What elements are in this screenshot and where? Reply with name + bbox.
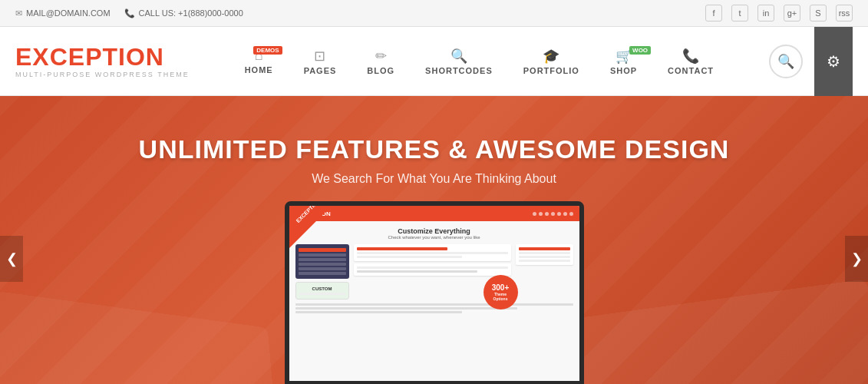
logo-text: EXCEPTION <box>15 45 190 69</box>
next-arrow-icon: ❯ <box>851 250 863 267</box>
rss-icon[interactable]: rss <box>836 5 853 22</box>
social-links: f t in g+ S rss <box>705 5 853 22</box>
logo-subtitle: MULTI-PURPOSE WORDPRESS THEME <box>15 71 190 78</box>
phone-icon: 📞 <box>124 8 135 18</box>
bg-decoration-left <box>0 291 280 384</box>
blog-icon: ✏ <box>375 48 387 65</box>
monitor-screen: EXCEPTION EXCEPTION <box>289 206 579 381</box>
contact-icon: 📞 <box>682 48 699 65</box>
header-right: 🔍 ⚙ <box>769 27 853 96</box>
hero-title: UNLIMITED FEATURES & AWESOME DESIGN <box>139 134 730 164</box>
screen-content: Customize Everything Check whatever you … <box>289 221 579 381</box>
card-right-line-2 <box>519 252 570 254</box>
bottom-line-1 <box>295 303 573 306</box>
screen-left: CUSTOM <box>295 244 349 300</box>
main-nav: ⌂ HOME DEMOS ⊡ PAGES ✏ BLOG 🔍 SHORTCODES… <box>229 48 729 75</box>
badge-300-number: 300+ <box>492 283 510 292</box>
hero-subtitle: We Search For What You Are Thinking Abou… <box>312 172 556 186</box>
nav-contact[interactable]: 📞 CONTACT <box>652 48 729 75</box>
email-contact: ✉ MAIL@DOMAIN.COM <box>15 8 111 18</box>
googleplus-icon[interactable]: g+ <box>784 5 800 22</box>
phone-contact: 📞 CALL US: +1(888)000-0000 <box>124 8 243 18</box>
screen-sidebar-item-4 <box>299 267 346 270</box>
skype-icon[interactable]: S <box>810 5 827 22</box>
screen-card-2 <box>354 263 511 276</box>
card-line-1 <box>357 247 447 250</box>
prev-arrow-icon: ❮ <box>6 250 18 267</box>
monitor-mockup: EXCEPTION EXCEPTION <box>285 201 584 384</box>
top-bar: ✉ MAIL@DOMAIN.COM 📞 CALL US: +1(888)000-… <box>0 0 868 27</box>
card-right-line-4 <box>519 260 570 262</box>
bottom-line-3 <box>295 311 462 313</box>
nav-pages[interactable]: ⊡ PAGES <box>289 48 352 75</box>
card-line-3 <box>357 256 463 258</box>
screen-right <box>516 244 573 300</box>
nav-home[interactable]: ⌂ HOME DEMOS <box>229 48 289 74</box>
card-right-line-1 <box>519 247 570 250</box>
screen-sidebar-card <box>295 244 349 279</box>
nav-shop-label: SHOP <box>610 66 637 75</box>
bottom-line-2 <box>295 307 518 310</box>
email-icon: ✉ <box>15 8 22 18</box>
prev-slide-button[interactable]: ❮ <box>0 236 23 282</box>
screen-topbar: EXCEPTION <box>289 206 579 221</box>
linkedin-icon[interactable]: in <box>757 5 774 22</box>
screen-nav-dots <box>533 212 573 216</box>
screen-card-1 <box>354 244 511 261</box>
screen-main-title: Customize Everything <box>398 227 470 235</box>
phone-text: CALL US: +1(888)000-0000 <box>139 8 243 18</box>
facebook-icon[interactable]: f <box>705 5 722 22</box>
nav-home-label: HOME <box>245 65 273 74</box>
screen-card-right <box>516 244 573 265</box>
screen-dot-7 <box>569 212 573 216</box>
card-line-5 <box>357 270 478 273</box>
nav-shortcodes[interactable]: 🔍 SHORTCODES <box>410 48 508 75</box>
settings-button[interactable]: ⚙ <box>814 27 853 96</box>
nav-blog-label: BLOG <box>367 66 394 75</box>
portfolio-icon: 🎓 <box>543 48 559 65</box>
screen-sidebar-item-3 <box>299 263 346 266</box>
screen-dot-5 <box>557 212 561 216</box>
hero-section: UNLIMITED FEATURES & AWESOME DESIGN We S… <box>0 96 868 384</box>
card-line-4 <box>357 266 508 269</box>
screen-dot-2 <box>539 212 543 216</box>
search-button[interactable]: 🔍 <box>769 45 803 78</box>
nav-shop[interactable]: 🛒 SHOP WOO <box>595 48 652 75</box>
nav-portfolio[interactable]: 🎓 PORTFOLIO <box>508 48 595 75</box>
search-icon: 🔍 <box>777 53 794 70</box>
twitter-icon[interactable]: t <box>731 5 748 22</box>
next-slide-button[interactable]: ❯ <box>845 236 868 282</box>
screen-dot-6 <box>563 212 567 216</box>
header: EXCEPTION MULTI-PURPOSE WORDPRESS THEME … <box>0 27 868 96</box>
nav-shortcodes-label: SHORTCODES <box>425 66 493 75</box>
card-right-line-3 <box>519 256 570 258</box>
custom-line <box>299 293 345 295</box>
screen-sub-card: CUSTOM <box>295 282 349 300</box>
screen-sub: Check whatever you want, whenever you li… <box>388 235 480 240</box>
shop-badge: WOO <box>629 46 651 55</box>
screen-dot-4 <box>551 212 555 216</box>
email-text: MAIL@DOMAIN.COM <box>26 8 111 18</box>
screen-inner: CUSTOM <box>295 244 573 300</box>
screen-dot-1 <box>533 212 536 216</box>
screen-bottom-text <box>295 303 573 313</box>
home-badge: DEMOS <box>253 46 282 55</box>
custom-label: CUSTOM <box>299 286 345 291</box>
nav-blog[interactable]: ✏ BLOG <box>351 48 410 75</box>
nav-contact-label: CONTACT <box>668 66 714 75</box>
screen-sidebar-item-2 <box>299 258 346 261</box>
screen-dot-3 <box>545 212 549 216</box>
logo: EXCEPTION MULTI-PURPOSE WORDPRESS THEME <box>15 45 190 78</box>
screen-sidebar-item-5 <box>299 272 346 275</box>
monitor: EXCEPTION EXCEPTION <box>285 201 584 384</box>
corner-badge: EXCEPTION <box>289 206 332 248</box>
nav-pages-label: PAGES <box>304 66 337 75</box>
screen-sidebar-item-1 <box>299 253 346 257</box>
pages-icon: ⊡ <box>314 48 325 65</box>
settings-icon: ⚙ <box>827 52 840 71</box>
nav-portfolio-label: PORTFOLIO <box>523 66 579 75</box>
card-line-2 <box>357 252 508 254</box>
top-bar-left: ✉ MAIL@DOMAIN.COM 📞 CALL US: +1(888)000-… <box>15 8 243 18</box>
shortcodes-icon: 🔍 <box>451 48 467 65</box>
corner-badge-text: EXCEPTION <box>295 206 321 223</box>
